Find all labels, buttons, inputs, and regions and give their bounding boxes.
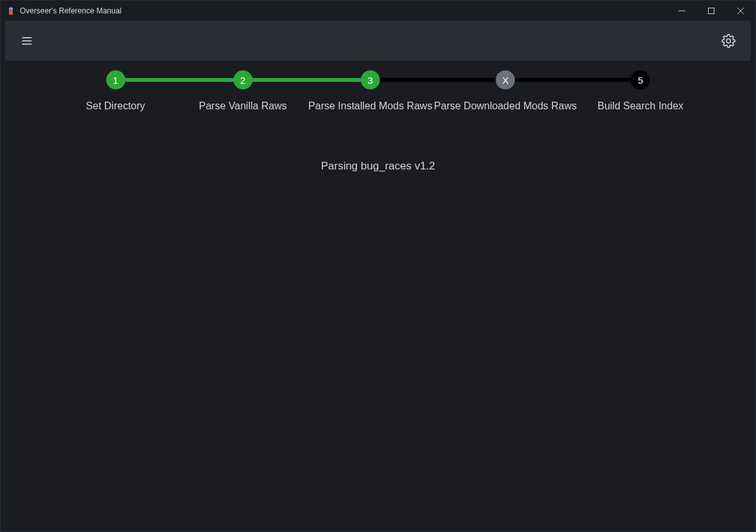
- svg-point-3: [12, 8, 13, 9]
- step-label: Parse Vanilla Raws: [199, 100, 287, 112]
- window-controls: [667, 1, 755, 20]
- menu-icon[interactable]: [20, 35, 33, 47]
- app-icon: [6, 6, 16, 16]
- step-number: 2: [240, 75, 246, 86]
- step-number: 3: [368, 75, 373, 86]
- step-1: 1 Set Directory: [52, 70, 179, 112]
- toolbar: [5, 20, 751, 61]
- step-label: Parse Installed Mods Raws: [308, 100, 432, 112]
- svg-rect-5: [709, 8, 714, 13]
- status-message: Parsing bug_races v1.2: [1, 160, 755, 173]
- step-circle: 2: [233, 70, 253, 90]
- svg-rect-1: [9, 10, 13, 15]
- step-label: Parse Downloaded Mods Raws: [434, 100, 577, 112]
- close-button[interactable]: [726, 1, 755, 20]
- step-circle: 3: [361, 70, 380, 90]
- step-connector: [116, 78, 243, 82]
- app-window: Overseer's Reference Manual: [0, 0, 756, 532]
- step-2: 2 Parse Vanilla Raws: [179, 70, 306, 112]
- step-connector: [370, 78, 498, 82]
- titlebar: Overseer's Reference Manual: [1, 1, 755, 20]
- step-label: Set Directory: [86, 100, 145, 112]
- step-label: Build Search Index: [597, 100, 683, 112]
- progress-stepper: 1 Set Directory 2 Parse Vanilla Raws 3 P…: [1, 70, 755, 112]
- step-circle: X: [496, 70, 515, 90]
- maximize-button[interactable]: [697, 1, 726, 20]
- step-number: 1: [113, 75, 118, 86]
- gear-icon[interactable]: [721, 34, 736, 48]
- step-number: 5: [638, 75, 643, 86]
- step-connector: [505, 78, 648, 82]
- minimize-button[interactable]: [667, 1, 697, 20]
- titlebar-left: Overseer's Reference Manual: [6, 6, 122, 16]
- step-5: 5 Build Search Index: [577, 70, 704, 112]
- svg-point-2: [10, 8, 11, 9]
- step-connector: [243, 78, 370, 82]
- step-circle: 1: [106, 70, 125, 90]
- step-4: X Parse Downloaded Mods Raws: [434, 70, 577, 112]
- step-number: X: [502, 75, 508, 86]
- app-title: Overseer's Reference Manual: [20, 6, 122, 15]
- content-area: 1 Set Directory 2 Parse Vanilla Raws 3 P…: [1, 61, 755, 531]
- step-circle: 5: [631, 70, 650, 90]
- step-3: 3 Parse Installed Mods Raws: [306, 70, 434, 112]
